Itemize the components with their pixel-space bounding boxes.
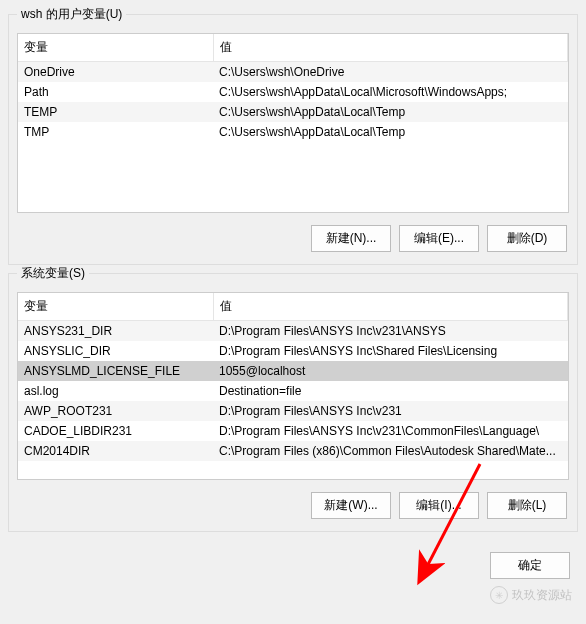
table-row[interactable]: CM2014DIRC:\Program Files (x86)\Common F… [18, 441, 568, 461]
system-col-value[interactable]: 值 [213, 293, 568, 321]
system-col-variable[interactable]: 变量 [18, 293, 213, 321]
cell-variable: TMP [18, 122, 213, 142]
user-col-value[interactable]: 值 [213, 34, 568, 62]
table-row[interactable]: OneDriveC:\Users\wsh\OneDrive [18, 62, 568, 83]
table-row[interactable]: ANSYS231_DIRD:\Program Files\ANSYS Inc\v… [18, 321, 568, 342]
user-variables-table-wrap: 变量 值 OneDriveC:\Users\wsh\OneDrivePathC:… [17, 33, 569, 213]
cell-value: D:\Program Files\ANSYS Inc\Shared Files\… [213, 341, 568, 361]
user-button-row: 新建(N)... 编辑(E)... 删除(D) [17, 213, 569, 256]
cell-variable: ANSYSLMD_LICENSE_FILE [18, 361, 213, 381]
system-group-title: 系统变量(S) [17, 265, 89, 282]
watermark: ✳ 玖玖资源站 [490, 586, 572, 604]
ok-button[interactable]: 确定 [490, 552, 570, 579]
cell-value: 1055@localhost [213, 361, 568, 381]
table-row[interactable]: asl.logDestination=file [18, 381, 568, 401]
cell-value: C:\Users\wsh\AppData\Local\Microsoft\Win… [213, 82, 568, 102]
cell-value: D:\Program Files\ANSYS Inc\v231 [213, 401, 568, 421]
user-variables-group: wsh 的用户变量(U) 变量 值 OneDriveC:\Users\wsh\O… [8, 14, 578, 265]
user-edit-button[interactable]: 编辑(E)... [399, 225, 479, 252]
cell-value: C:\Users\wsh\AppData\Local\Temp [213, 102, 568, 122]
system-button-row: 新建(W)... 编辑(I)... 删除(L) [17, 480, 569, 523]
user-group-title: wsh 的用户变量(U) [17, 6, 126, 23]
system-variables-table[interactable]: 变量 值 ANSYS231_DIRD:\Program Files\ANSYS … [18, 293, 568, 461]
table-row[interactable]: TMPC:\Users\wsh\AppData\Local\Temp [18, 122, 568, 142]
wechat-icon: ✳ [490, 586, 508, 604]
system-variables-group: 系统变量(S) 变量 值 ANSYS231_DIRD:\Program File… [8, 273, 578, 532]
user-delete-button[interactable]: 删除(D) [487, 225, 567, 252]
cell-variable: ANSYSLIC_DIR [18, 341, 213, 361]
cell-value: D:\Program Files\ANSYS Inc\v231\CommonFi… [213, 421, 568, 441]
cell-value: C:\Program Files (x86)\Common Files\Auto… [213, 441, 568, 461]
cell-variable: CADOE_LIBDIR231 [18, 421, 213, 441]
cell-variable: Path [18, 82, 213, 102]
table-row[interactable]: ANSYSLMD_LICENSE_FILE1055@localhost [18, 361, 568, 381]
cell-variable: CM2014DIR [18, 441, 213, 461]
cell-variable: TEMP [18, 102, 213, 122]
system-variables-table-wrap: 变量 值 ANSYS231_DIRD:\Program Files\ANSYS … [17, 292, 569, 480]
table-row[interactable]: AWP_ROOT231D:\Program Files\ANSYS Inc\v2… [18, 401, 568, 421]
table-row[interactable]: ANSYSLIC_DIRD:\Program Files\ANSYS Inc\S… [18, 341, 568, 361]
table-row[interactable]: TEMPC:\Users\wsh\AppData\Local\Temp [18, 102, 568, 122]
user-col-variable[interactable]: 变量 [18, 34, 213, 62]
watermark-text: 玖玖资源站 [512, 587, 572, 604]
system-new-button[interactable]: 新建(W)... [311, 492, 391, 519]
user-variables-table[interactable]: 变量 值 OneDriveC:\Users\wsh\OneDrivePathC:… [18, 34, 568, 142]
system-delete-button[interactable]: 删除(L) [487, 492, 567, 519]
table-row[interactable]: PathC:\Users\wsh\AppData\Local\Microsoft… [18, 82, 568, 102]
table-row[interactable]: CADOE_LIBDIR231D:\Program Files\ANSYS In… [18, 421, 568, 441]
cell-variable: ANSYS231_DIR [18, 321, 213, 342]
system-edit-button[interactable]: 编辑(I)... [399, 492, 479, 519]
dialog-footer: 确定 [0, 532, 586, 587]
cell-value: D:\Program Files\ANSYS Inc\v231\ANSYS [213, 321, 568, 342]
user-new-button[interactable]: 新建(N)... [311, 225, 391, 252]
cell-value: C:\Users\wsh\OneDrive [213, 62, 568, 83]
cell-value: C:\Users\wsh\AppData\Local\Temp [213, 122, 568, 142]
cell-variable: OneDrive [18, 62, 213, 83]
cell-variable: AWP_ROOT231 [18, 401, 213, 421]
cell-value: Destination=file [213, 381, 568, 401]
cell-variable: asl.log [18, 381, 213, 401]
